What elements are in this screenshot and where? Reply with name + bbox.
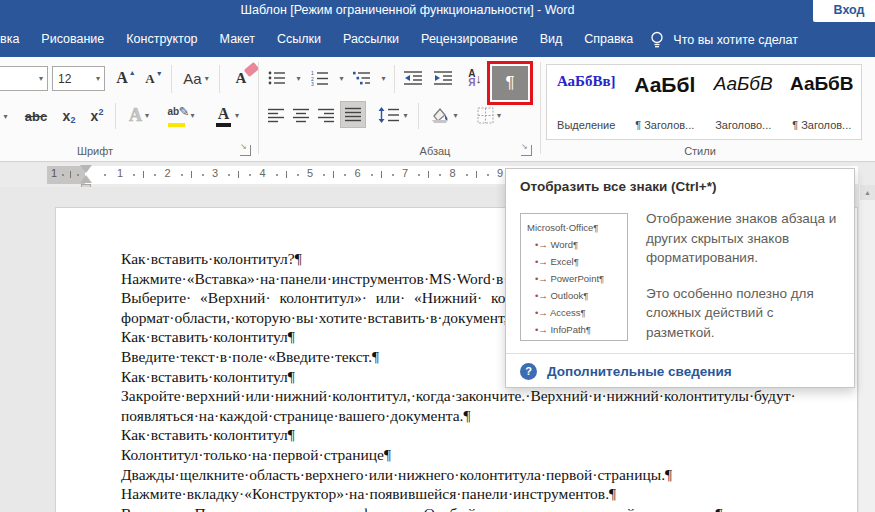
superscript-button[interactable]: x2 xyxy=(84,104,110,128)
tab-insert-partial[interactable]: вка xyxy=(0,22,30,57)
font-color-button[interactable]: А ▾ xyxy=(207,102,247,129)
highlight-color-button[interactable]: ab ✎ ▾ xyxy=(160,102,202,129)
shading-button[interactable]: ▾ xyxy=(424,102,464,128)
ribbon-tab-bar: вка Рисование Конструктор Макет Ссылки Р… xyxy=(0,22,875,57)
font-size-combo[interactable]: 12 ▾ xyxy=(52,66,105,91)
align-center-icon xyxy=(293,108,309,123)
multilevel-list-icon xyxy=(353,70,371,86)
numbering-button[interactable]: 123 xyxy=(308,66,332,90)
align-left-icon xyxy=(268,108,284,123)
line-spacing-icon xyxy=(378,107,400,123)
bullet-arrow-icon: •→ xyxy=(535,273,550,284)
increase-indent-button[interactable] xyxy=(430,66,456,90)
chevron-down-icon[interactable]: ▾ xyxy=(92,74,104,83)
lightbulb-icon xyxy=(650,31,664,49)
borders-icon xyxy=(477,107,494,124)
vertical-scrollbar[interactable]: ▲ xyxy=(858,185,875,512)
paragraph-dialog-launcher[interactable]: ↘ xyxy=(521,145,532,156)
bullets-button[interactable] xyxy=(265,66,289,90)
underline-dropdown-partial[interactable]: ▾ xyxy=(0,104,12,128)
chevron-down-icon: ▾ xyxy=(190,111,194,120)
tab-review[interactable]: Рецензирование xyxy=(410,22,529,57)
doc-line[interactable]: Как·вставить·колонтитул¶ xyxy=(121,425,817,445)
pen-icon: ✎ xyxy=(179,104,190,119)
doc-line[interactable]: В·группе·«Параметры»·установите·флажок·«… xyxy=(121,504,817,512)
learn-more-link[interactable]: Дополнительные сведения xyxy=(547,364,732,379)
chevron-down-icon: ▾ xyxy=(205,74,209,83)
doc-line[interactable]: Дважды·щелкните·область·верхнего·или·ниж… xyxy=(121,465,817,485)
doc-line[interactable]: Колонтитул·только·на·первой·странице¶ xyxy=(121,445,817,465)
chevron-down-icon: ▾ xyxy=(235,111,239,120)
chevron-down-icon: ▾ xyxy=(497,111,501,120)
decrease-indent-icon xyxy=(404,70,423,86)
style-item-heading2[interactable]: АаБбВ Заголово... xyxy=(704,65,783,139)
bullet-list-icon xyxy=(268,70,286,86)
tab-mailings[interactable]: Рассылки xyxy=(332,22,410,57)
tab-design[interactable]: Конструктор xyxy=(115,22,208,57)
title-bar: Шаблон [Режим ограниченной функционально… xyxy=(0,0,875,22)
doc-line[interactable]: Нажмите·вкладку·«Конструктор»·на·появивш… xyxy=(121,484,817,504)
align-center-button[interactable] xyxy=(290,103,312,127)
chevron-down-icon: ▾ xyxy=(145,111,149,120)
numbering-dropdown[interactable]: ▾ xyxy=(334,66,346,90)
help-icon: ? xyxy=(520,363,537,380)
doc-line[interactable]: Закройте·верхний·или·нижний·колонтитул,·… xyxy=(121,386,817,406)
tab-view[interactable]: Вид xyxy=(529,22,574,57)
hanging-indent-marker[interactable] xyxy=(80,175,92,183)
strikethrough-button[interactable]: abc xyxy=(20,104,52,128)
font-name-value: Rom xyxy=(0,72,35,86)
font-dialog-launcher[interactable]: ↘ xyxy=(240,145,251,156)
clear-formatting-button[interactable]: А xyxy=(226,64,256,92)
align-right-button[interactable] xyxy=(315,103,337,127)
scroll-up-button[interactable]: ▲ xyxy=(860,185,875,200)
styles-gallery: АаБбВв] Выделение АаБбl ¶ Заголов... АаБ… xyxy=(546,64,862,140)
tooltip-preview-image: Microsoft·Office¶ •→ Word¶ •→ Excel¶ •→ … xyxy=(520,213,628,341)
formatting-marks-tooltip: Отобразить все знаки (Ctrl+*) Microsoft·… xyxy=(505,168,855,388)
style-item-heading3[interactable]: АаБбВ ¶ Заголов... xyxy=(783,65,862,139)
sign-in-button[interactable]: Вход xyxy=(813,0,875,22)
font-color-bar xyxy=(216,123,231,127)
multilevel-dropdown[interactable]: ▾ xyxy=(376,66,388,90)
numbered-list-icon: 123 xyxy=(311,70,329,86)
decrease-indent-button[interactable] xyxy=(400,66,426,90)
shrink-font-button[interactable]: А▼ xyxy=(142,66,166,91)
borders-button[interactable]: ▾ xyxy=(468,102,510,128)
bullet-arrow-icon: •→ xyxy=(535,307,550,318)
tell-me-box[interactable]: Что вы хотите сделат xyxy=(650,31,798,49)
chevron-down-icon[interactable]: ▾ xyxy=(35,74,47,83)
window-title: Шаблон [Режим ограниченной функционально… xyxy=(0,3,815,17)
tab-help[interactable]: Справка xyxy=(573,22,644,57)
doc-line[interactable]: появляться·на·каждой·странице·вашего·док… xyxy=(121,406,817,426)
ribbon: Rom ▾ 12 ▾ А▲ А▼ Aa▾ А ▾ abc x2 x2 А▾ ab… xyxy=(0,57,875,162)
annotation-highlight-box xyxy=(487,61,533,105)
subscript-button[interactable]: x2 xyxy=(56,104,82,128)
styles-group-label: Стили xyxy=(645,145,755,157)
font-group-label: Шрифт xyxy=(40,145,150,157)
preview-header: Microsoft·Office¶ xyxy=(527,219,627,236)
bullet-arrow-icon: •→ xyxy=(535,239,550,250)
paragraph-group-label: Абзац xyxy=(380,145,490,157)
svg-text:3: 3 xyxy=(311,81,314,86)
multilevel-list-button[interactable] xyxy=(350,66,374,90)
style-item-emphasis[interactable]: АаБбВв] Выделение xyxy=(547,65,626,139)
font-name-combo[interactable]: Rom ▾ xyxy=(0,66,48,91)
text-effects-button[interactable]: А▾ xyxy=(120,102,158,129)
paint-bucket-icon xyxy=(430,107,450,124)
tell-me-label: Что вы хотите сделат xyxy=(673,33,798,47)
align-left-button[interactable] xyxy=(265,103,287,127)
sort-button[interactable]: А Я ↓ xyxy=(461,64,489,92)
justify-button[interactable] xyxy=(340,101,366,128)
change-case-button[interactable]: Aa▾ xyxy=(176,65,216,91)
bullets-dropdown[interactable]: ▾ xyxy=(291,66,303,90)
first-line-indent-marker[interactable] xyxy=(80,165,92,173)
highlight-color-bar xyxy=(168,123,185,127)
style-item-heading1[interactable]: АаБбl ¶ Заголов... xyxy=(626,65,705,139)
bullet-arrow-icon: •→ xyxy=(535,290,550,301)
tab-references[interactable]: Ссылки xyxy=(266,22,332,57)
chevron-down-icon: ▾ xyxy=(453,111,457,120)
grow-font-button[interactable]: А▲ xyxy=(113,65,139,91)
tab-drawing[interactable]: Рисование xyxy=(30,22,115,57)
line-spacing-button[interactable]: ▾ xyxy=(374,102,412,128)
justify-icon xyxy=(345,107,361,122)
tab-layout[interactable]: Макет xyxy=(209,22,266,57)
